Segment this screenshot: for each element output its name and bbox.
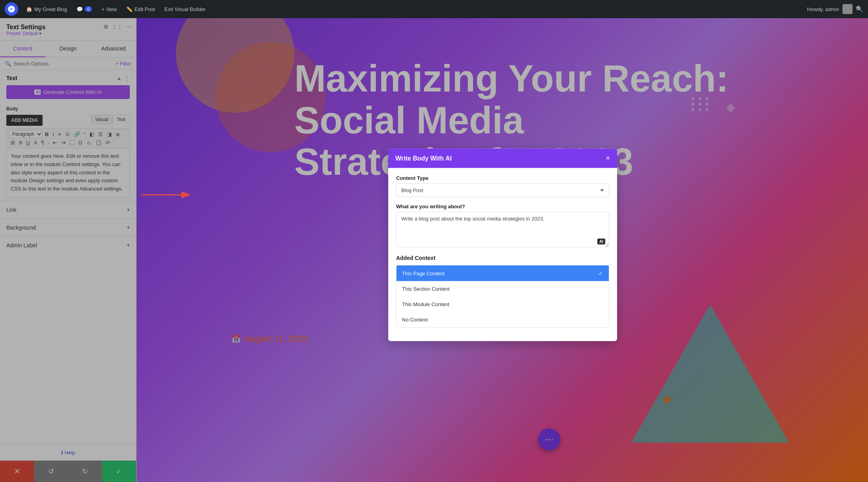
tab-advanced[interactable]: Advanced xyxy=(91,41,136,57)
new-bar-item[interactable]: + New xyxy=(97,5,121,14)
link-button[interactable]: 🔗 xyxy=(72,130,82,138)
edit-post-bar-item[interactable]: ✏️ Edit Post xyxy=(122,5,159,14)
tab-visual[interactable]: Visual xyxy=(91,115,112,124)
sidebar-tabs: Content Design Advanced xyxy=(0,41,136,58)
redo-button[interactable]: ↻ xyxy=(68,461,102,482)
added-context-group: Added Context This Page Content ✓ This S… xyxy=(396,255,609,328)
sidebar-search: 🔍 + Filter xyxy=(0,58,136,70)
italic-button[interactable]: I xyxy=(51,130,56,138)
content-type-label: Content Type xyxy=(396,175,609,181)
align-justify-button[interactable]: ≣ xyxy=(114,130,122,138)
add-media-button[interactable]: ADD MEDIA xyxy=(6,115,43,126)
modal-body: Content Type Blog Post What are you writ… xyxy=(388,168,617,341)
paste-button[interactable]: 📋 xyxy=(94,139,103,146)
numbered-list-button[interactable]: ① xyxy=(64,130,71,138)
decorative-triangle xyxy=(631,305,789,443)
admin-bar: 🏠 My Great Blog 💬 0 + New ✏️ Edit Post E… xyxy=(0,0,868,18)
special-chars-button[interactable]: Ω xyxy=(77,139,84,146)
align-right-button[interactable]: ◨ xyxy=(105,130,113,138)
sidebar-preset: Preset: Default ▾ xyxy=(6,31,130,36)
text-section: Text ▲ ⋮ AI Generate Content With AI xyxy=(0,70,136,106)
paragraph-select[interactable]: Paragraph xyxy=(9,130,43,138)
fullscreen-button[interactable]: ⛶ xyxy=(68,139,76,146)
ai-icon: AI xyxy=(34,90,41,95)
help-button[interactable]: ℹ Help xyxy=(61,450,75,456)
context-dropdown: This Page Content ✓ This Section Content… xyxy=(396,265,609,328)
bold-button[interactable]: B xyxy=(43,130,50,138)
emoji-button[interactable]: ☺ xyxy=(84,139,93,146)
context-option-module[interactable]: This Module Content xyxy=(397,297,609,312)
sidebar-icon-columns[interactable]: ⋮⋮ xyxy=(112,24,122,30)
tab-content[interactable]: Content xyxy=(0,41,45,57)
modal-header: Write Body With AI × xyxy=(388,149,617,168)
quote-button[interactable]: " xyxy=(82,130,88,138)
more-icon[interactable]: ⋮ xyxy=(125,75,130,81)
avatar[interactable] xyxy=(842,4,853,14)
context-option-page[interactable]: This Page Content ✓ xyxy=(397,265,609,281)
sidebar: Text Settings Preset: Default ▾ ⊞ ⋮⋮ ⋯ C… xyxy=(0,18,137,482)
admin-search-icon[interactable]: 🔍 xyxy=(856,6,863,13)
filter-button[interactable]: + Filter xyxy=(116,61,131,67)
writing-about-input[interactable]: Write a blog post about the top social m… xyxy=(396,212,609,247)
text-section-controls: ▲ ⋮ xyxy=(116,75,130,81)
indent-left-button[interactable]: ⇤ xyxy=(51,139,59,146)
redo-editor-button[interactable]: ⟳ xyxy=(104,139,112,146)
sidebar-icon-grid[interactable]: ⊞ xyxy=(104,24,108,30)
body-section: Body ADD MEDIA Visual Text Paragraph B I… xyxy=(0,106,136,201)
save-button[interactable]: ✓ xyxy=(102,461,136,482)
link-section-title: Link xyxy=(6,207,17,213)
modal-title: Write Body With AI xyxy=(395,155,452,162)
text-section-title: Text xyxy=(6,75,17,81)
modal-close-button[interactable]: × xyxy=(606,154,610,163)
blog-date: 📅 August 11, 2023 xyxy=(231,334,307,344)
admin-label-chevron-icon: ▾ xyxy=(127,242,130,248)
search-input[interactable] xyxy=(13,61,113,67)
added-context-label: Added Context xyxy=(396,255,609,261)
undo-button[interactable]: ↺ xyxy=(34,461,68,482)
admin-label-title: Admin Label xyxy=(6,242,37,248)
writing-about-group: What are you writing about? Write a blog… xyxy=(396,204,609,248)
content-type-group: Content Type Blog Post xyxy=(396,175,609,197)
content-type-select[interactable]: Blog Post xyxy=(396,183,609,197)
link-chevron-icon: ▾ xyxy=(127,207,130,213)
tab-text[interactable]: Text xyxy=(112,115,130,124)
generate-ai-button[interactable]: AI Generate Content With AI xyxy=(6,85,130,99)
align-center-button[interactable]: ☰ xyxy=(97,130,105,138)
write-ai-modal: Write Body With AI × Content Type Blog P… xyxy=(388,149,617,341)
writing-about-wrapper: Write a blog post about the top social m… xyxy=(396,212,609,248)
table-button[interactable]: ⊞ xyxy=(9,139,17,146)
collapse-icon[interactable]: ▲ xyxy=(116,75,122,81)
editor-tabs: Visual Text xyxy=(91,115,130,124)
underline-button[interactable]: U xyxy=(25,139,32,146)
align-left-button[interactable]: ◧ xyxy=(88,130,96,138)
calendar-icon: 📅 xyxy=(231,334,241,344)
context-option-section[interactable]: This Section Content xyxy=(397,281,609,297)
tab-design[interactable]: Design xyxy=(45,41,91,57)
subscript-button[interactable]: ᵢ xyxy=(47,139,51,146)
exit-builder-bar-item[interactable]: Exit Visual Builder xyxy=(161,5,210,14)
decorative-dots xyxy=(691,97,710,111)
content-editor[interactable]: Your content goes here. Edit or remove t… xyxy=(6,148,130,198)
admin-bar-right: Howdy, admin 🔍 xyxy=(807,4,863,14)
search-icon: 🔍 xyxy=(5,61,11,67)
format-button[interactable]: ¶ xyxy=(40,139,46,146)
background-section[interactable]: Background ▾ xyxy=(0,219,136,236)
admin-label-section[interactable]: Admin Label ▾ xyxy=(0,236,136,254)
site-name-bar-item[interactable]: 🏠 My Great Blog xyxy=(22,5,71,14)
wp-logo[interactable] xyxy=(5,2,18,16)
sidebar-icon-more[interactable]: ⋯ xyxy=(126,24,131,30)
writing-about-label: What are you writing about? xyxy=(396,204,609,209)
body-label: Body xyxy=(6,106,130,112)
comments-bar-item[interactable]: 💬 0 xyxy=(73,5,96,14)
cancel-button[interactable]: ✕ xyxy=(0,461,34,482)
context-option-no-context[interactable]: No Context xyxy=(397,312,609,327)
strike-button[interactable]: S xyxy=(17,139,24,146)
indent-right-button[interactable]: ⇥ xyxy=(60,139,67,146)
color-button[interactable]: A xyxy=(32,139,39,146)
decorative-circle xyxy=(664,396,671,403)
link-section[interactable]: Link ▾ xyxy=(0,201,136,219)
fab-button[interactable]: ⋯ xyxy=(538,428,560,450)
check-icon: ✓ xyxy=(599,270,603,276)
bullet-list-button[interactable]: ≡ xyxy=(56,130,63,138)
background-chevron-icon: ▾ xyxy=(127,224,130,230)
